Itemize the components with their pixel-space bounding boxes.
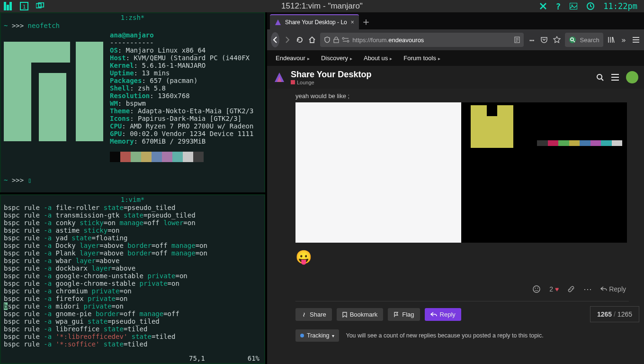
svg-rect-2 xyxy=(9,2,12,10)
browser-tabstrip: Share Your Desktop - Lo × ＋ xyxy=(267,12,644,29)
new-tab-button[interactable]: ＋ xyxy=(359,14,373,29)
svg-point-11 xyxy=(342,37,344,39)
page-actions-icon[interactable]: ⋯ xyxy=(528,32,536,47)
topic-progress[interactable]: 1265 / 1265 xyxy=(590,306,639,322)
svg-point-19 xyxy=(537,288,538,289)
window-title: 1512:1:vim - "manjaro" xyxy=(281,1,363,11)
tracking-button[interactable]: Tracking▾ xyxy=(295,329,339,342)
topic-category[interactable]: Lounge xyxy=(291,80,371,85)
vim-tab-label: 1:vim* xyxy=(1,195,264,204)
topic-title[interactable]: Share Your Desktop xyxy=(291,70,371,80)
post-text: yeah would be like ; xyxy=(295,92,629,100)
url-text: https://forum.endeavouros xyxy=(352,36,424,44)
close-icon[interactable] xyxy=(539,2,547,10)
category-color-icon xyxy=(291,80,295,84)
forum-logo-icon[interactable] xyxy=(273,71,286,84)
color-swatches xyxy=(110,152,253,162)
overflow-icon[interactable]: » xyxy=(619,32,628,47)
emoji-picker-icon[interactable] xyxy=(532,285,541,293)
pocket-icon[interactable] xyxy=(540,32,548,47)
terminal-zsh[interactable]: 1:zsh* ~ >>> neofetch ana@manjaro ------… xyxy=(0,12,265,192)
url-bar[interactable]: https://forum.endeavouros xyxy=(320,33,524,47)
zsh-tab-label: 1:zsh* xyxy=(1,13,264,22)
nav-back-button[interactable] xyxy=(271,32,279,47)
svg-rect-1 xyxy=(7,5,9,10)
clock-time: 11:22pm xyxy=(603,1,637,11)
vim-status-line: 75,161% xyxy=(189,355,259,362)
chevron-down-icon: ▾ xyxy=(332,333,334,338)
forum-header: Share Your Desktop Lounge xyxy=(267,66,644,89)
browser-search-bar[interactable]: Search xyxy=(565,33,603,47)
browser-tab-active[interactable]: Share Your Desktop - Lo × xyxy=(270,14,359,29)
nav-reload-button[interactable] xyxy=(295,32,304,47)
terminal-vim[interactable]: 1:vim* bspc rule -a file-roller state=ps… xyxy=(0,194,265,364)
user-avatar[interactable] xyxy=(626,71,638,83)
forum-search-icon[interactable] xyxy=(596,73,604,82)
firefox-window: Share Your Desktop - Lo × ＋ https://foru… xyxy=(267,12,644,364)
svg-point-8 xyxy=(572,5,573,6)
workspace-1-icon[interactable]: 1 xyxy=(20,2,28,10)
nav-forward-button[interactable] xyxy=(283,32,292,47)
site-top-nav: Endeavour▸Discovery▸About us▸Forum tools… xyxy=(267,50,644,66)
tracking-dot-icon xyxy=(300,334,304,337)
help-icon[interactable]: ? xyxy=(556,1,561,11)
hamburger-menu-icon[interactable] xyxy=(632,32,640,47)
site-nav-item[interactable]: Forum tools▸ xyxy=(403,55,440,62)
bookmark-star-icon[interactable] xyxy=(552,32,561,47)
clock-icon[interactable] xyxy=(586,2,595,10)
tab-close-icon[interactable]: × xyxy=(351,19,354,26)
neofetch-output: ana@manjaro ----------- OS: Manjaro Linu… xyxy=(110,31,253,162)
svg-point-16 xyxy=(597,74,602,79)
manjaro-logo-icon[interactable] xyxy=(4,2,12,10)
image-icon[interactable] xyxy=(569,2,578,10)
like-count[interactable]: 2 ♥ xyxy=(549,285,559,293)
shield-icon[interactable] xyxy=(324,36,331,43)
site-nav-item[interactable]: About us▸ xyxy=(364,55,392,62)
reply-link[interactable]: Reply xyxy=(600,285,626,293)
permissions-icon[interactable] xyxy=(342,37,349,43)
post-action-bar: 2 ♥ ⋯ Reply xyxy=(295,275,629,301)
page-content: Endeavour▸Discovery▸About us▸Forum tools… xyxy=(267,50,644,364)
site-nav-item[interactable]: Endeavour▸ xyxy=(276,55,310,62)
forum-menu-icon[interactable] xyxy=(611,73,619,81)
topic-button-row: Share Bookmark Flag Reply xyxy=(295,308,629,321)
share-link-icon[interactable] xyxy=(567,285,575,293)
tab-title: Share Your Desktop - Lo xyxy=(285,19,347,26)
svg-point-18 xyxy=(535,288,536,289)
more-actions-icon[interactable]: ⋯ xyxy=(583,284,592,294)
post-embedded-image[interactable] xyxy=(295,102,627,243)
emoji-reaction: 😛 xyxy=(295,249,629,265)
svg-point-12 xyxy=(347,40,349,42)
search-placeholder: Search xyxy=(580,36,599,44)
nav-home-button[interactable] xyxy=(308,32,316,47)
lock-icon[interactable] xyxy=(333,36,339,43)
library-icon[interactable] xyxy=(607,32,616,47)
windows-overview-icon[interactable] xyxy=(36,2,45,10)
reply-button[interactable]: Reply xyxy=(425,308,461,321)
neofetch-logo-icon xyxy=(4,31,103,140)
svg-text:1: 1 xyxy=(23,4,26,10)
svg-rect-10 xyxy=(334,39,339,43)
tracking-help-text: You will see a count of new replies beca… xyxy=(346,332,543,339)
prompt-line-2: ~ >>> ▯ xyxy=(1,176,264,184)
site-favicon-icon xyxy=(275,19,281,26)
bookmark-button[interactable]: Bookmark xyxy=(337,308,384,321)
share-button[interactable]: Share xyxy=(295,308,332,321)
reader-mode-icon[interactable] xyxy=(514,36,520,43)
svg-point-17 xyxy=(533,286,540,292)
flag-button[interactable]: Flag xyxy=(388,308,420,321)
tracking-row: Tracking▾ You will see a count of new re… xyxy=(295,329,629,342)
browser-nav-bar: https://forum.endeavouros ⋯ Search » xyxy=(267,29,644,50)
site-nav-item[interactable]: Discovery▸ xyxy=(321,55,352,62)
vim-buffer[interactable]: bspc rule -a file-roller state=pseudo_ti… xyxy=(1,204,264,348)
top-taskbar: 1 1512:1:vim - "manjaro" ? 11:22pm xyxy=(0,0,644,12)
search-engine-icon xyxy=(569,36,576,44)
prompt-line-1: ~ >>> neofetch xyxy=(1,22,264,29)
svg-rect-0 xyxy=(4,2,6,10)
